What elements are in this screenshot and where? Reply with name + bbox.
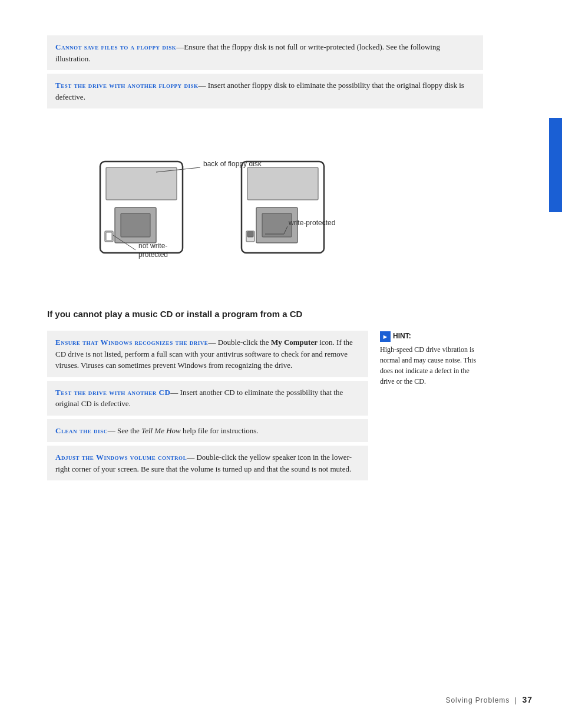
- body-clean-disc: See the Tell Me How help file for instru…: [115, 426, 259, 435]
- svg-rect-7: [247, 167, 318, 200]
- footer-text: Solving Problems: [445, 696, 510, 704]
- label-write-protected: write-protected: [288, 219, 335, 227]
- footer-separator: |: [513, 696, 523, 704]
- label-test-drive-floppy: Test the drive with another floppy disk: [55, 81, 199, 90]
- hint-body: High-speed CD drive vibration is normal …: [380, 345, 476, 386]
- hint-title: HINT:: [393, 331, 411, 341]
- info-box-cannot-save: Cannot save files to a floppy disk—Ensur…: [47, 35, 483, 70]
- label-clean-disc: Clean the disc: [55, 426, 108, 435]
- page-footer: Solving Problems | 37: [445, 695, 533, 704]
- svg-text:protected: protected: [138, 251, 168, 259]
- label-back-floppy: back of floppy disk: [203, 160, 262, 168]
- label-not-write-protected: not write-: [138, 242, 167, 250]
- my-computer-bold: My Computer: [271, 338, 318, 347]
- info-box-ensure-windows: Ensure that Windows recognizes the drive…: [47, 331, 368, 377]
- info-box-test-drive-cd: Test the drive with another CD— Insert a…: [47, 381, 368, 416]
- svg-rect-1: [106, 167, 177, 200]
- svg-rect-3: [121, 213, 150, 237]
- illustration-floppy: back of floppy disk write-protected not …: [82, 126, 483, 291]
- dash2: —: [199, 81, 206, 90]
- section-cd-heading: If you cannot play a music CD or install…: [47, 309, 483, 319]
- info-box-adjust-volume: Adjust the Windows volume control— Doubl…: [47, 446, 368, 480]
- dash1: —: [176, 42, 184, 51]
- hint-label-row: ► HINT:: [380, 331, 483, 342]
- hint-icon: ►: [380, 331, 391, 342]
- page-number: 37: [523, 695, 533, 704]
- info-box-clean-disc: Clean the disc— See the Tell Me How help…: [47, 419, 368, 443]
- cd-left-col: Ensure that Windows recognizes the drive…: [47, 331, 368, 484]
- tell-me-how-italic: Tell Me How: [141, 426, 181, 435]
- label-cannot-save: Cannot save files to a floppy disk: [55, 42, 176, 51]
- right-tab: [549, 118, 562, 212]
- info-box-test-drive-floppy: Test the drive with another floppy disk—…: [47, 74, 483, 108]
- svg-rect-5: [106, 232, 112, 241]
- label-test-drive-cd: Test the drive with another CD: [55, 388, 170, 397]
- section-floppy: Cannot save files to a floppy disk—Ensur…: [47, 35, 483, 108]
- floppy-svg: back of floppy disk write-protected not …: [82, 126, 377, 285]
- label-ensure-windows: Ensure that Windows recognizes the drive: [55, 338, 208, 347]
- cd-right-col: ► HINT: High-speed CD drive vibration is…: [380, 331, 483, 484]
- section-cd-content: Ensure that Windows recognizes the drive…: [47, 331, 483, 484]
- hint-box: ► HINT: High-speed CD drive vibration is…: [380, 331, 483, 387]
- svg-rect-9: [262, 213, 292, 237]
- svg-rect-11: [247, 232, 253, 237]
- label-adjust-volume: Adjust the Windows volume control: [55, 453, 187, 462]
